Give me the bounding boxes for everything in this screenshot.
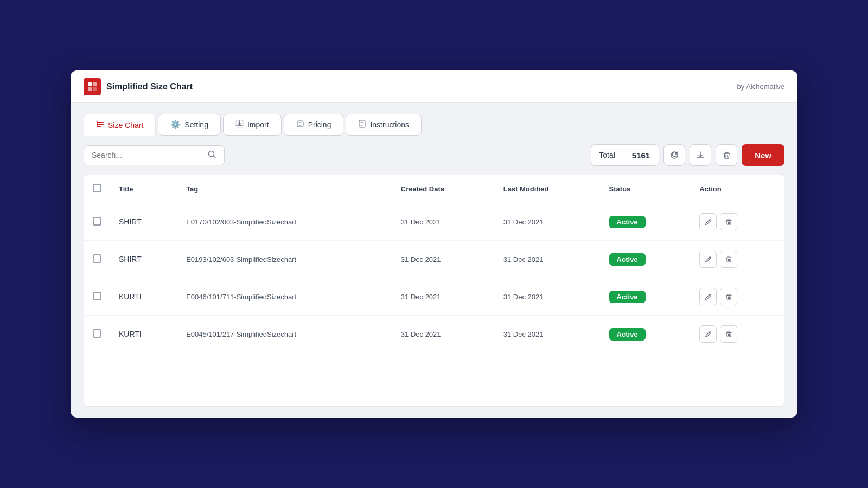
status-badge: Active bbox=[609, 328, 646, 341]
delete-button[interactable] bbox=[716, 144, 737, 166]
row-action bbox=[691, 203, 784, 241]
select-all-checkbox[interactable] bbox=[93, 184, 101, 192]
action-buttons bbox=[699, 288, 775, 305]
tab-pricing-label: Pricing bbox=[308, 120, 331, 129]
svg-rect-4 bbox=[97, 122, 104, 123]
data-table: Title Tag Created Data Last Modified Sta… bbox=[84, 175, 784, 352]
svg-rect-5 bbox=[97, 124, 104, 125]
edit-button-3[interactable] bbox=[699, 325, 717, 343]
col-tag: Tag bbox=[177, 175, 392, 203]
edit-button-0[interactable] bbox=[699, 213, 717, 230]
row-tag: E0193/102/603-SimplifiedSizechart bbox=[177, 241, 392, 278]
svg-line-30 bbox=[709, 332, 710, 333]
toolbar: Total 5161 bbox=[84, 144, 784, 166]
total-label: Total bbox=[591, 145, 623, 165]
search-box[interactable] bbox=[84, 145, 225, 165]
app-title: Simplified Size Chart bbox=[106, 82, 193, 92]
row-checkbox-cell bbox=[84, 203, 110, 241]
svg-rect-0 bbox=[88, 82, 92, 86]
table-row: KURTI E0045/101/217-SimplifiedSizechart … bbox=[84, 316, 784, 353]
row-status: Active bbox=[601, 278, 691, 316]
svg-line-24 bbox=[709, 258, 710, 259]
row-checkbox-0[interactable] bbox=[93, 217, 101, 226]
row-created: 31 Dec 2021 bbox=[392, 203, 495, 241]
action-buttons bbox=[699, 213, 775, 230]
row-tag: E0045/101/217-SimplifiedSizechart bbox=[177, 316, 392, 353]
search-icon bbox=[208, 150, 216, 160]
row-modified: 31 Dec 2021 bbox=[495, 241, 601, 278]
search-input[interactable] bbox=[92, 151, 203, 159]
svg-rect-3 bbox=[93, 87, 97, 91]
row-checkbox-1[interactable] bbox=[93, 254, 101, 263]
row-modified: 31 Dec 2021 bbox=[495, 278, 601, 316]
edit-button-2[interactable] bbox=[699, 288, 717, 305]
row-tag: E0170/102/003-SimplifiedSizechart bbox=[177, 203, 392, 241]
delete-row-button-0[interactable] bbox=[720, 213, 737, 230]
row-status: Active bbox=[601, 316, 691, 353]
table-header-row: Title Tag Created Data Last Modified Sta… bbox=[84, 175, 784, 203]
tab-setting-label: Setting bbox=[184, 120, 208, 129]
row-created: 31 Dec 2021 bbox=[392, 316, 495, 353]
row-title: SHIRT bbox=[110, 203, 177, 241]
total-box: Total 5161 bbox=[591, 144, 659, 166]
tab-pricing[interactable]: Pricing bbox=[284, 114, 344, 136]
col-title: Title bbox=[110, 175, 177, 203]
content: Size Chart ⚙️ Setting Import bbox=[71, 103, 797, 418]
pricing-icon bbox=[296, 120, 304, 130]
row-title: SHIRT bbox=[110, 241, 177, 278]
by-label: by Alchemative bbox=[737, 82, 784, 91]
status-badge: Active bbox=[609, 216, 646, 228]
tab-instructions[interactable]: Instructions bbox=[346, 114, 422, 136]
row-checkbox-2[interactable] bbox=[93, 292, 101, 300]
status-badge: Active bbox=[609, 253, 646, 266]
row-action bbox=[691, 278, 784, 316]
table-container: Title Tag Created Data Last Modified Sta… bbox=[84, 175, 784, 407]
total-value: 5161 bbox=[623, 145, 659, 165]
download-button[interactable] bbox=[690, 144, 711, 166]
row-action bbox=[691, 316, 784, 353]
edit-button-1[interactable] bbox=[699, 251, 717, 268]
row-checkbox-cell bbox=[84, 316, 110, 353]
tab-setting[interactable]: ⚙️ Setting bbox=[158, 114, 221, 136]
row-checkbox-cell bbox=[84, 278, 110, 316]
row-modified: 31 Dec 2021 bbox=[495, 203, 601, 241]
action-buttons bbox=[699, 325, 775, 343]
table-row: SHIRT E0193/102/603-SimplifiedSizechart … bbox=[84, 241, 784, 278]
svg-line-21 bbox=[709, 220, 710, 221]
row-status: Active bbox=[601, 203, 691, 241]
row-checkbox-cell bbox=[84, 241, 110, 278]
svg-line-18 bbox=[214, 156, 216, 158]
setting-icon: ⚙️ bbox=[170, 120, 181, 130]
row-title: KURTI bbox=[110, 278, 177, 316]
tab-size-chart-label: Size Chart bbox=[108, 121, 143, 130]
delete-row-button-1[interactable] bbox=[720, 251, 737, 268]
tabs-container: Size Chart ⚙️ Setting Import bbox=[84, 114, 784, 136]
refresh-button[interactable] bbox=[663, 144, 685, 166]
row-created: 31 Dec 2021 bbox=[392, 241, 495, 278]
instructions-icon bbox=[358, 120, 366, 130]
table-row: SHIRT E0170/102/003-SimplifiedSizechart … bbox=[84, 203, 784, 241]
col-modified: Last Modified bbox=[495, 175, 601, 203]
action-buttons bbox=[699, 251, 775, 268]
header-left: Simplified Size Chart bbox=[84, 78, 193, 95]
toolbar-right: Total 5161 bbox=[591, 144, 784, 166]
new-button[interactable]: New bbox=[742, 144, 784, 166]
col-created: Created Data bbox=[392, 175, 495, 203]
tab-size-chart[interactable]: Size Chart bbox=[84, 114, 156, 136]
app-logo bbox=[84, 78, 101, 95]
size-chart-icon bbox=[96, 120, 104, 130]
row-checkbox-3[interactable] bbox=[93, 329, 101, 338]
row-title: KURTI bbox=[110, 316, 177, 353]
header: Simplified Size Chart by Alchemative bbox=[71, 70, 797, 103]
row-created: 31 Dec 2021 bbox=[392, 278, 495, 316]
delete-row-button-3[interactable] bbox=[720, 325, 737, 343]
tab-instructions-label: Instructions bbox=[370, 120, 409, 129]
delete-row-button-2[interactable] bbox=[720, 288, 737, 305]
svg-rect-1 bbox=[93, 82, 97, 86]
row-modified: 31 Dec 2021 bbox=[495, 316, 601, 353]
tab-import-label: Import bbox=[247, 120, 269, 129]
import-icon bbox=[235, 120, 244, 130]
tab-import[interactable]: Import bbox=[223, 114, 282, 136]
table-row: KURTI E0046/101/711-SimplifiedSizechart … bbox=[84, 278, 784, 316]
status-badge: Active bbox=[609, 291, 646, 303]
